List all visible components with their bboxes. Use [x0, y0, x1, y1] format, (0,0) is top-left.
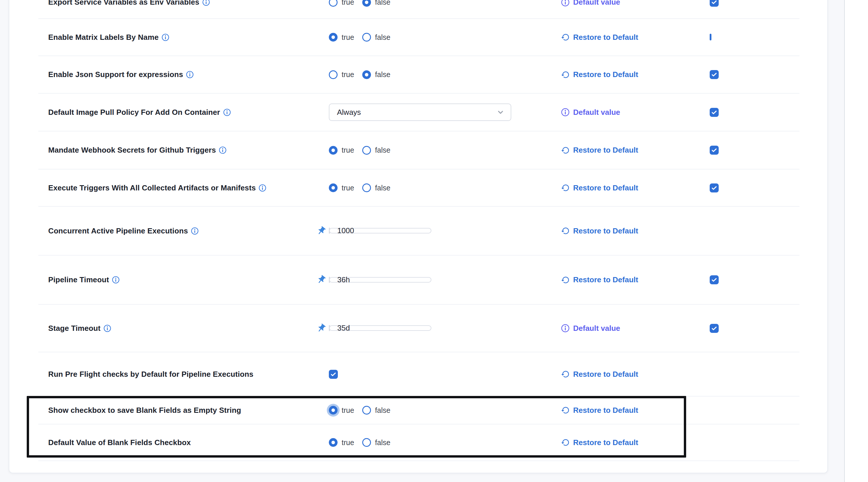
- radio-false[interactable]: [362, 146, 371, 155]
- setting-label-cell: Stage Timeout: [48, 323, 329, 333]
- radio-option-true[interactable]: true: [329, 33, 354, 41]
- restore-to-default-link[interactable]: Restore to Default: [561, 226, 710, 235]
- pinned-input-group: 35d: [329, 325, 330, 331]
- value-input[interactable]: 35d: [329, 325, 431, 331]
- radio-true[interactable]: [329, 183, 338, 192]
- pin-button[interactable]: [313, 325, 330, 331]
- radio-true[interactable]: [329, 33, 338, 41]
- restore-icon: [561, 226, 570, 235]
- info-icon[interactable]: [219, 146, 226, 154]
- setting-action-cell: Default value: [561, 0, 710, 7]
- restore-to-default-link[interactable]: Restore to Default: [561, 70, 710, 79]
- info-icon: [561, 324, 570, 333]
- radio-false-label[interactable]: false: [375, 70, 391, 79]
- apply-setting-checkbox[interactable]: [710, 0, 719, 7]
- radio-true-label[interactable]: true: [342, 33, 354, 41]
- apply-setting-checkbox[interactable]: [710, 70, 719, 79]
- apply-setting-checkbox[interactable]: [710, 275, 719, 284]
- default-value-indicator: Default value: [561, 324, 710, 333]
- radio-option-false[interactable]: false: [362, 183, 391, 192]
- radio-true-label[interactable]: true: [342, 70, 354, 79]
- true-false-radio-group: true false: [329, 33, 561, 41]
- info-icon: [561, 108, 570, 117]
- setting-checkbox-cell: [710, 275, 800, 284]
- radio-true[interactable]: [329, 70, 338, 79]
- info-icon[interactable]: [191, 227, 199, 235]
- radio-true-label[interactable]: true: [342, 0, 354, 6]
- radio-true[interactable]: [329, 146, 338, 155]
- info-icon[interactable]: [186, 70, 194, 79]
- settings-row: Run Pre Flight checks by Default for Pip…: [38, 352, 800, 397]
- restore-to-default-link-label: Restore to Default: [573, 70, 638, 79]
- value-input[interactable]: 36h: [329, 277, 431, 283]
- radio-option-true[interactable]: true: [329, 70, 354, 79]
- info-icon[interactable]: [103, 324, 111, 332]
- setting-label: Run Pre Flight checks by Default for Pip…: [48, 370, 253, 378]
- pin-button[interactable]: [313, 277, 330, 282]
- radio-false-label[interactable]: false: [375, 146, 391, 154]
- setting-checkbox-cell: [710, 0, 800, 7]
- setting-action-cell: Default value: [561, 324, 710, 333]
- setting-control-cell: true false: [329, 33, 561, 41]
- radio-false-label[interactable]: false: [375, 33, 391, 41]
- info-icon: [561, 0, 570, 7]
- apply-setting-checkbox[interactable]: [710, 34, 711, 40]
- true-false-radio-group: true false: [329, 146, 561, 155]
- radio-option-true[interactable]: true: [329, 183, 354, 192]
- setting-label-cell: Run Pre Flight checks by Default for Pip…: [48, 369, 329, 379]
- value-input[interactable]: 1000: [329, 228, 431, 233]
- setting-action-cell: Restore to Default: [561, 226, 710, 235]
- pin-button[interactable]: [313, 228, 330, 233]
- info-icon[interactable]: [202, 0, 210, 6]
- radio-false[interactable]: [362, 33, 371, 41]
- restore-icon: [561, 70, 570, 79]
- info-icon[interactable]: [258, 184, 267, 192]
- radio-option-true[interactable]: true: [329, 0, 354, 7]
- apply-setting-checkbox[interactable]: [710, 108, 719, 117]
- restore-to-default-link[interactable]: Restore to Default: [561, 370, 710, 379]
- apply-setting-checkbox[interactable]: [710, 183, 719, 193]
- info-icon[interactable]: [112, 276, 120, 284]
- true-false-radio-group: true false: [329, 70, 561, 79]
- info-icon[interactable]: [223, 108, 231, 116]
- radio-option-false[interactable]: false: [362, 0, 391, 7]
- radio-true-label[interactable]: true: [342, 146, 354, 154]
- radio-false[interactable]: [362, 183, 371, 192]
- radio-false-label[interactable]: false: [375, 184, 391, 192]
- setting-control-cell: Always: [329, 104, 561, 121]
- setting-label: Stage Timeout: [48, 324, 100, 333]
- radio-option-true[interactable]: true: [329, 146, 354, 155]
- radio-option-false[interactable]: false: [362, 70, 391, 79]
- radio-option-false[interactable]: false: [362, 33, 391, 41]
- restore-to-default-link[interactable]: Restore to Default: [561, 275, 710, 284]
- restore-to-default-link[interactable]: Restore to Default: [561, 146, 710, 155]
- radio-false[interactable]: [362, 0, 371, 7]
- restore-icon: [561, 183, 570, 192]
- annotation-highlight-box: [27, 396, 686, 458]
- radio-false[interactable]: [362, 70, 371, 79]
- restore-to-default-link-label: Restore to Default: [573, 33, 638, 42]
- setting-label: Pipeline Timeout: [48, 275, 109, 284]
- radio-true[interactable]: [329, 0, 338, 7]
- setting-label-cell: Mandate Webhook Secrets for Github Trigg…: [48, 145, 329, 155]
- setting-control-cell: true false: [329, 0, 561, 7]
- info-icon[interactable]: [161, 33, 169, 41]
- radio-false-label[interactable]: false: [375, 0, 391, 6]
- scrollbar-track[interactable]: [845, 0, 868, 482]
- default-value-indicator-label: Default value: [573, 0, 620, 7]
- radio-option-false[interactable]: false: [362, 146, 391, 155]
- default-value-indicator: Default value: [561, 108, 710, 117]
- settings-row: Concurrent Active Pipeline Executions 10…: [38, 207, 800, 256]
- preflight-checkbox[interactable]: [329, 370, 338, 379]
- restore-to-default-link[interactable]: Restore to Default: [561, 33, 710, 42]
- setting-control-cell: 1000: [329, 228, 561, 233]
- apply-setting-checkbox[interactable]: [710, 146, 719, 155]
- restore-to-default-link[interactable]: Restore to Default: [561, 183, 710, 193]
- setting-checkbox-cell: [710, 183, 800, 193]
- setting-action-cell: Restore to Default: [561, 70, 710, 79]
- apply-setting-checkbox[interactable]: [710, 324, 719, 333]
- radio-true-label[interactable]: true: [342, 184, 354, 192]
- setting-checkbox-cell: [710, 324, 800, 333]
- image-pull-policy-select[interactable]: Always: [329, 104, 511, 121]
- setting-label: Execute Triggers With All Collected Arti…: [48, 183, 256, 192]
